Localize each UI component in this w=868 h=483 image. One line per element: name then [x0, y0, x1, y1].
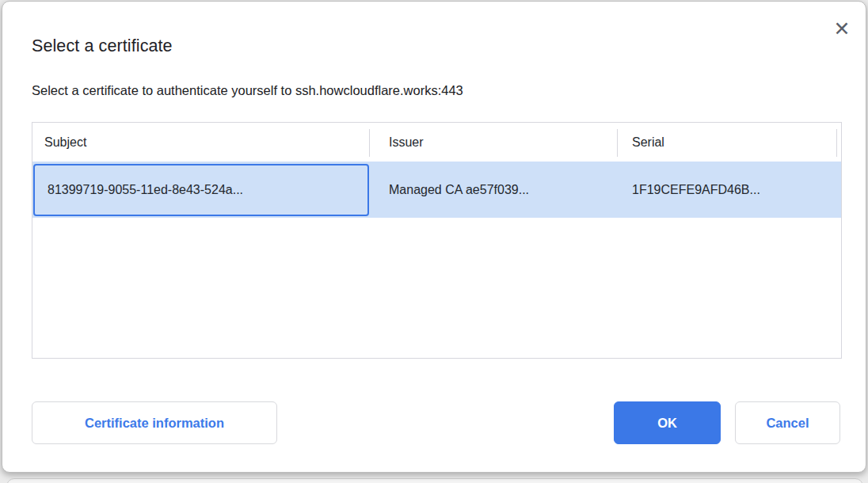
certificate-table: Subject Issuer Serial 81399719-9055-11ed… — [32, 122, 842, 359]
screen: ✕ Select a certificate Select a certific… — [0, 0, 868, 483]
close-button[interactable]: ✕ — [826, 13, 858, 44]
cell-serial: 1F19CEFE9AFD46B... — [632, 162, 760, 218]
select-certificate-dialog: ✕ Select a certificate Select a certific… — [2, 1, 866, 473]
ok-button[interactable]: OK — [614, 401, 721, 444]
column-divider — [836, 129, 837, 157]
background-window-edge — [6, 478, 863, 483]
column-divider — [369, 129, 370, 157]
cell-subject: 81399719-9055-11ed-8e43-524a... — [48, 162, 243, 218]
column-header-issuer: Issuer — [389, 123, 424, 162]
column-divider — [617, 129, 618, 157]
cancel-button[interactable]: Cancel — [735, 401, 840, 444]
column-header-serial: Serial — [632, 123, 664, 162]
dialog-title: Select a certificate — [32, 36, 173, 56]
certificate-row[interactable]: 81399719-9055-11ed-8e43-524a... Managed … — [32, 162, 841, 218]
table-header: Subject Issuer Serial — [32, 123, 841, 162]
cell-issuer: Managed CA ae57f039... — [389, 162, 529, 218]
close-icon: ✕ — [834, 19, 851, 39]
column-header-subject: Subject — [44, 123, 86, 162]
certificate-information-button[interactable]: Certificate information — [32, 401, 277, 444]
dialog-subtitle: Select a certificate to authenticate you… — [32, 83, 463, 98]
